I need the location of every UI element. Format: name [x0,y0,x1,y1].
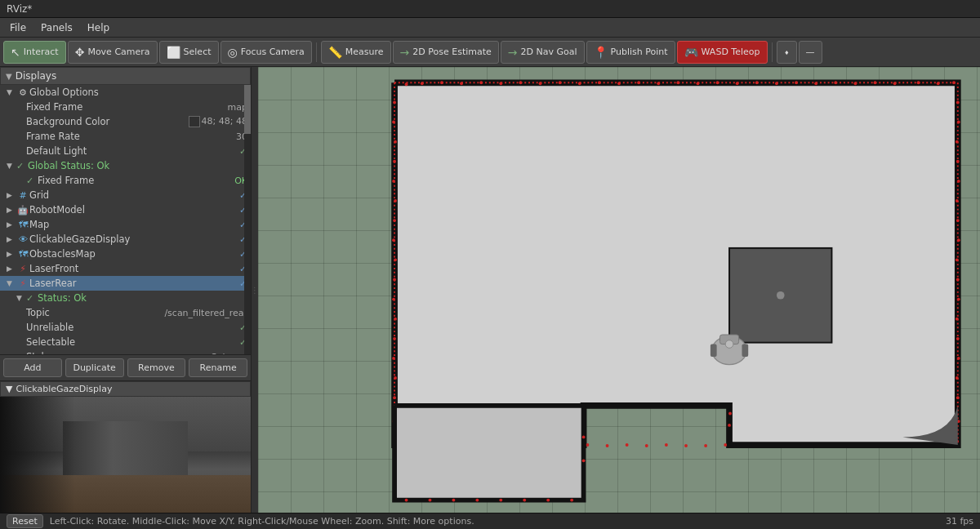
laser-rear-arrow: ▼ [7,279,16,287]
svg-point-36 [956,140,959,144]
robot-model-item[interactable]: ▶ 🤖 RobotModel ✓ [0,202,251,217]
lr-status-label: Status: Ok [38,292,251,304]
selectable-item[interactable]: Selectable ✓ [0,335,251,349]
map-arrow: ▶ [7,220,16,229]
svg-point-6 [421,82,424,85]
publish-point-button[interactable]: 📍 Publish Point [586,41,675,64]
svg-point-83 [429,499,432,502]
lr-status-check: ✓ [26,293,38,304]
camera-header: ▼ ClickableGazeDisplay [0,381,251,397]
menu-file[interactable]: File [3,20,33,35]
camera-view [0,397,251,513]
svg-point-44 [957,298,960,301]
resize-handle[interactable]: ⋮ [252,67,258,513]
extra-icon-2: — [806,47,815,57]
interact-button[interactable]: ↖ Interact [3,41,66,64]
svg-point-86 [499,499,502,502]
topic-item[interactable]: Topic /scan_filtered_rear [0,305,251,320]
default-light-label: Default Light [26,145,239,157]
gaze-item[interactable]: ▶ 👁 ClickableGazeDisplay ✓ [0,232,251,247]
svg-point-24 [775,82,778,85]
rename-button[interactable]: Rename [189,358,247,377]
robot-label: RobotModel [29,204,239,216]
svg-point-10 [499,82,502,85]
laser-rear-icon: ⚡ [16,278,29,289]
status-hint: Left-Click: Rotate. Middle-Click: Move X… [50,516,474,527]
displays-expand-icon[interactable]: ▼ [6,72,12,81]
svg-point-66 [394,376,397,380]
extra-button-1[interactable]: ⬧ [777,41,797,64]
extra-button-2[interactable]: — [799,41,822,64]
scroll-thumb[interactable] [244,85,251,134]
add-button[interactable]: Add [3,358,62,377]
svg-point-70 [724,443,727,447]
wasd-icon: 🎮 [684,46,698,59]
svg-point-55 [393,160,396,163]
svg-point-96 [725,340,733,349]
ff-status-label: Fixed Frame [38,175,234,186]
unreliable-item[interactable]: Unreliable ✓ [0,320,251,335]
svg-point-52 [393,100,396,104]
gaze-arrow: ▶ [7,235,16,243]
svg-point-35 [957,121,960,124]
svg-point-40 [956,219,960,222]
svg-point-77 [606,444,609,447]
obstacles-item[interactable]: ▶ 🗺 ObstaclesMap ✓ [0,247,251,261]
fixed-frame-item[interactable]: Fixed Frame map [0,100,251,114]
laser-front-icon: ⚡ [16,264,29,274]
bg-color-swatch[interactable] [189,116,200,127]
svg-point-46 [956,337,960,340]
measure-icon: 📏 [328,46,342,59]
menu-help[interactable]: Help [81,20,116,35]
svg-point-81 [684,444,688,447]
grid-label: Grid [29,189,239,201]
laser-rear-item[interactable]: ▼ ⚡ LaserRear ✓ [0,276,251,291]
global-options-label: Global Options [29,87,251,98]
toolbar-separator-1 [316,42,317,62]
svg-point-73 [728,412,732,416]
svg-point-26 [814,82,817,85]
default-light-item[interactable]: Default Light ✓ [0,144,251,158]
fixed-frame-status-item[interactable]: ✓ Fixed Frame OK [0,173,251,188]
displays-title: Displays [16,70,56,82]
extra-icon-1: ⬧ [784,47,790,57]
map-item[interactable]: ▶ 🗺 Map ✓ [0,217,251,232]
measure-button[interactable]: 📏 Measure [321,41,391,64]
global-status-arrow: ▼ [7,162,16,170]
scrollbar[interactable] [244,85,251,354]
reset-button[interactable]: Reset [7,514,43,528]
move-camera-button[interactable]: ✥ Move Camera [68,41,158,64]
svg-point-7 [440,81,443,84]
map-icon: 🗺 [16,220,29,230]
svg-point-12 [539,82,542,85]
pose-icon: → [400,46,410,59]
menu-panels[interactable]: Panels [34,20,79,35]
bg-color-value: 48; 48; 48 [189,116,251,127]
viewport[interactable] [258,67,980,513]
laser-front-item[interactable]: ▶ ⚡ LaserFront ✓ [0,261,251,276]
displays-tree[interactable]: ▼ ⚙ Global Options Fixed Frame map Backg… [0,85,251,354]
grid-item[interactable]: ▶ # Grid ✓ [0,188,251,202]
wasd-teleop-button[interactable]: 🎮 WASD Teleop [677,41,768,64]
focus-camera-button[interactable]: ◎ Focus Camera [220,41,312,64]
frame-rate-item[interactable]: Frame Rate 30 [0,129,251,144]
duplicate-button[interactable]: Duplicate [65,358,124,377]
svg-point-76 [586,443,589,447]
global-options-item[interactable]: ▼ ⚙ Global Options [0,85,251,100]
camera-dark-overlay [0,397,75,513]
svg-point-14 [578,82,581,85]
svg-rect-94 [710,345,717,357]
svg-point-42 [956,258,959,261]
remove-button[interactable]: Remove [127,358,186,377]
style-item[interactable]: Style Spheres [0,349,251,354]
displays-buttons: Add Duplicate Remove Rename [0,354,251,380]
global-status-item[interactable]: ▼ ✓ Global Status: Ok [0,158,251,173]
laser-rear-status-item[interactable]: ▼ ✓ Status: Ok [0,291,251,305]
svg-point-15 [598,81,601,84]
select-button[interactable]: ⬜ Select [159,41,219,64]
svg-point-65 [392,357,395,360]
bg-color-item[interactable]: Background Color 48; 48; 48 [0,114,251,129]
nav-goal-button[interactable]: → 2D Nav Goal [501,41,585,64]
camera-title: ClickableGazeDisplay [16,384,112,394]
pose-estimate-button[interactable]: → 2D Pose Estimate [393,41,499,64]
